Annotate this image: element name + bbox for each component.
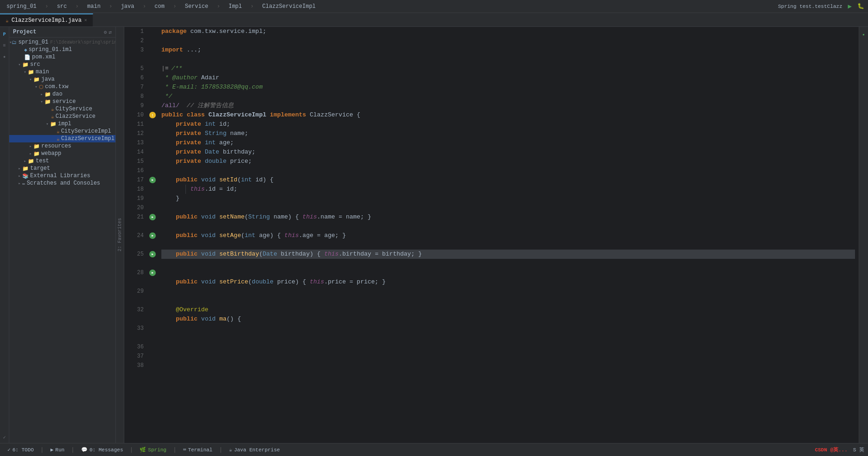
favorites-icon[interactable]: ★	[1, 53, 8, 60]
tree-item-dao[interactable]: ▸ 📁 dao	[9, 90, 115, 98]
tree-item-spring01[interactable]: ▾ 🗂 spring_01 F:\IdeaWork\spring\spring_…	[9, 39, 115, 46]
bottom-tab-terminal[interactable]: ⌨ Terminal	[179, 446, 216, 454]
run-indicator-25	[149, 232, 156, 239]
tree-item-spring01-iml[interactable]: ◆ spring_01.iml	[9, 46, 115, 53]
code-line-38: public void ma() {	[161, 315, 855, 324]
run-config-label: Spring test.testClazz	[778, 4, 842, 9]
breadcrumb-com[interactable]: com	[152, 2, 167, 11]
code-editor[interactable]: 1 2 3 5 6 7 8 9 10 11 12 13 14 15 16 17 …	[124, 27, 859, 443]
tree-item-java[interactable]: ▾ 📁 java	[9, 76, 115, 83]
bottom-tab-todo[interactable]: ✓ 6: TODO	[4, 446, 38, 454]
code-line-7: * E-mail: 1578533828@qq.com	[161, 83, 855, 92]
favorites-label: 2: Favorites	[117, 218, 122, 251]
filetree-settings[interactable]: ⚙	[104, 29, 107, 35]
tree-item-src[interactable]: ▾ 📁 src	[9, 61, 115, 68]
run-button[interactable]: ▶	[848, 2, 852, 10]
tree-item-pom[interactable]: 📄 pom.xml	[9, 53, 115, 61]
code-line-1: package com.txw.service.impl;	[161, 27, 855, 36]
run-indicator-29	[149, 251, 156, 257]
tree-item-service[interactable]: ▾ 📁 service	[9, 98, 115, 105]
breadcrumb-impl[interactable]: Impl	[226, 2, 245, 11]
code-line-16	[161, 166, 855, 175]
code-line-6: * @author Adair	[161, 73, 855, 83]
code-line-28: public void setBirthday(Date birthday) {…	[161, 250, 855, 259]
bottom-tab-java-enterprise[interactable]: ☕ Java Enterprise	[225, 446, 284, 454]
code-line-15: private double price;	[161, 157, 855, 166]
code-line-14: private Date birthday;	[161, 148, 855, 157]
filetree-title: Project	[13, 29, 102, 35]
breadcrumb-service[interactable]: Service	[182, 2, 211, 11]
code-line-34	[161, 287, 855, 296]
code-line-10: public class ClazzServiceImpl implements…	[161, 110, 855, 120]
tree-item-main[interactable]: ▾ 📁 main	[9, 68, 115, 76]
tree-item-impl[interactable]: ▾ 📁 impl	[9, 120, 115, 128]
run-indicator-33	[149, 270, 156, 276]
bottom-tab-run[interactable]: ▶ Run	[47, 446, 68, 454]
right-sidebar: ●	[859, 27, 868, 443]
tree-item-scratches[interactable]: ▸ ✏ Scratches and Consoles	[9, 180, 115, 187]
debug-button[interactable]: 🐛	[857, 3, 864, 10]
code-line-33: public void setPrice(double price) { thi…	[161, 277, 855, 287]
run-icon-small: ▶	[51, 447, 54, 453]
code-line-13: private int age;	[161, 138, 855, 148]
tab-clazz-service-impl[interactable]: ☕ ClazzServiceImpl.java ×	[0, 13, 93, 26]
breadcrumb-sep2: ›	[75, 3, 79, 10]
todo-icon[interactable]: ✓	[1, 434, 8, 441]
breadcrumb-src[interactable]: src	[54, 2, 70, 11]
bottom-tab-messages[interactable]: 💬 0: Messages	[77, 446, 127, 454]
code-content[interactable]: package com.txw.service.impl; import ...…	[158, 27, 859, 443]
code-line-22	[161, 222, 855, 231]
tree-item-webapp[interactable]: ▸ 📁 webapp	[9, 150, 115, 157]
code-line-18: this.id = id;	[161, 185, 855, 194]
code-line-21: public void setName(String name) { this.…	[161, 212, 855, 222]
code-line-36	[161, 296, 855, 305]
tree-item-test[interactable]: ▸ 📁 test	[9, 157, 115, 165]
tree-item-resources[interactable]: ▸ 📁 resources	[9, 142, 115, 150]
tree-item-clazzserviceimpl[interactable]: ☕ ClazzServiceImpl	[9, 135, 115, 142]
code-line-8: */	[161, 92, 855, 101]
favorites-bar: 2: Favorites	[116, 27, 124, 443]
tree-item-clazzservice[interactable]: ☕ ClazzService	[9, 113, 115, 120]
code-line-3: import ...;	[161, 45, 855, 55]
code-line-20	[161, 203, 855, 212]
tree-item-cityserviceimpl[interactable]: ☕ CityServiceImpl	[9, 128, 115, 135]
tree-item-cityservice[interactable]: ☕ CityService	[9, 105, 115, 113]
breadcrumb-sep1: ›	[45, 3, 49, 10]
breadcrumb-main[interactable]: main	[84, 2, 103, 11]
code-line-19: }	[161, 194, 855, 203]
bottom-tab-spring[interactable]: 🌿 Spring	[136, 446, 170, 454]
code-line-32	[161, 268, 855, 277]
spring-icon: 🌿	[140, 447, 146, 453]
sep1: |	[40, 446, 44, 453]
scroll-indicator: ●	[860, 31, 868, 38]
code-area[interactable]: 1 2 3 5 6 7 8 9 10 11 12 13 14 15 16 17 …	[124, 27, 859, 443]
terminal-icon: ⌨	[183, 447, 186, 453]
breadcrumb-spring[interactable]: spring_01	[4, 2, 39, 11]
sep3: |	[130, 446, 134, 453]
code-line-4	[161, 55, 855, 64]
gutter-area	[147, 27, 158, 443]
messages-icon: 💬	[81, 447, 88, 453]
filetree-content: ▾ 🗂 spring_01 F:\IdeaWork\spring\spring_…	[9, 38, 115, 443]
sep2: |	[71, 446, 75, 453]
tree-item-external-libs[interactable]: ▸ 📚 External Libraries	[9, 172, 115, 180]
tree-item-comtxw[interactable]: ▾ ⬡ com.txw	[9, 83, 115, 90]
code-line-37: @Override	[161, 305, 855, 315]
file-tree-panel: Project ⚙ ⇄ ▾ 🗂 spring_01 F:\IdeaWork\sp…	[9, 27, 116, 443]
warning-indicator-10	[149, 112, 156, 118]
java-enterprise-icon: ☕	[229, 447, 232, 453]
breadcrumb-java[interactable]: java	[118, 2, 137, 11]
breadcrumb-file[interactable]: ClazzServiceImpl	[260, 2, 319, 11]
tab-close-button[interactable]: ×	[84, 18, 87, 23]
structure-icon[interactable]: ≡	[1, 42, 8, 49]
project-icon[interactable]: P	[1, 31, 8, 38]
sep5: |	[219, 446, 223, 453]
code-line-24: public void setAge(int age) { this.age =…	[161, 231, 855, 240]
tab-bar: ☕ ClazzServiceImpl.java ×	[0, 13, 868, 27]
java-enterprise-label: Java Enterprise	[234, 447, 280, 453]
left-sidebar-icons: P ≡ ★ ✓	[0, 27, 9, 443]
tree-item-target[interactable]: ▸ 📁 target	[9, 165, 115, 172]
run-indicator-21	[149, 214, 156, 220]
main-area: P ≡ ★ ✓ Project ⚙ ⇄ ▾ 🗂 spring_01 F:\Ide…	[0, 27, 868, 443]
filetree-collapse[interactable]: ⇄	[108, 29, 112, 35]
